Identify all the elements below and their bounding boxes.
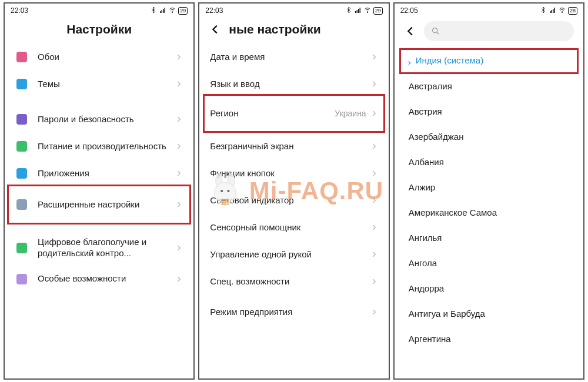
svg-rect-8 xyxy=(359,8,360,13)
advanced-icon xyxy=(15,198,28,211)
advanced-item-label: Язык и ввод xyxy=(210,79,369,90)
chevron-right-icon xyxy=(370,308,378,316)
advanced-item-label: Сенсорный помощник xyxy=(210,222,369,233)
wifi-icon xyxy=(364,6,371,15)
svg-point-9 xyxy=(367,12,368,12)
themes-icon xyxy=(15,78,28,91)
settings-item-label: Питание и производительность xyxy=(38,141,175,152)
region-item[interactable]: Американское Самоа xyxy=(395,200,583,225)
svg-rect-0 xyxy=(160,11,161,13)
chevron-right-icon xyxy=(175,200,183,209)
screen-header: ные настройки xyxy=(199,16,388,43)
advanced-item[interactable]: Безграничный экран xyxy=(199,133,388,160)
advanced-item-label: Управление одной рукой xyxy=(210,249,369,260)
advanced-item[interactable]: Дата и время xyxy=(199,43,388,71)
svg-rect-10 xyxy=(550,11,551,13)
chevron-right-icon xyxy=(175,53,183,61)
region-system-default[interactable]: Индия (система) xyxy=(395,47,583,73)
region-item[interactable]: Андорра xyxy=(395,276,583,301)
settings-item-label: Приложения xyxy=(38,168,175,179)
bluetooth-icon xyxy=(540,6,547,15)
chevron-right-icon xyxy=(370,223,378,232)
apps-icon xyxy=(15,167,28,180)
battery-level: 29 xyxy=(373,7,383,15)
advanced-item[interactable]: Сенсорный помощник xyxy=(199,214,388,241)
battery-level: 29 xyxy=(178,7,188,15)
svg-point-15 xyxy=(432,28,437,33)
chevron-right-icon xyxy=(370,196,378,205)
chevron-right-icon xyxy=(370,142,378,150)
advanced-item[interactable]: Язык и ввод xyxy=(199,71,388,98)
region-item[interactable]: Ангола xyxy=(395,250,583,276)
page-title: ные настройки xyxy=(229,22,320,36)
settings-item-label: Цифровое благополучие и родительский кон… xyxy=(38,237,175,259)
advanced-item-label: Режим предприятия xyxy=(210,307,369,318)
phone-screen-advanced: 22:03 29 ные настройки Дата и времяЯзык … xyxy=(198,2,389,380)
region-item[interactable]: Албания xyxy=(395,149,583,175)
screen-header: Настройки xyxy=(5,16,193,43)
battery-icon xyxy=(15,140,28,153)
advanced-item[interactable]: Управление одной рукой xyxy=(199,241,388,268)
page-title: Настройки xyxy=(66,22,132,36)
svg-rect-2 xyxy=(163,9,164,13)
battery-level: 28 xyxy=(568,7,577,15)
settings-item[interactable]: Питание и производительность xyxy=(5,133,193,160)
svg-rect-7 xyxy=(358,9,359,13)
svg-rect-6 xyxy=(356,10,358,13)
advanced-item-label: Дата и время xyxy=(210,52,369,63)
status-bar: 22:05 28 xyxy=(395,4,583,16)
back-button[interactable] xyxy=(404,25,417,38)
chevron-right-icon xyxy=(175,142,183,150)
svg-rect-11 xyxy=(551,10,552,13)
security-icon xyxy=(15,113,28,126)
region-item[interactable]: Антигуа и Барбуда xyxy=(395,301,583,326)
region-item[interactable]: Алжир xyxy=(395,175,583,200)
settings-item[interactable]: Расширенные настройки xyxy=(5,187,193,222)
svg-rect-3 xyxy=(165,8,166,13)
settings-item-label: Обои xyxy=(38,52,175,63)
advanced-item[interactable]: Режим предприятия xyxy=(199,299,388,326)
region-item[interactable]: Австралия xyxy=(395,73,583,99)
settings-item[interactable]: Пароли и безопасность xyxy=(5,106,193,133)
advanced-item[interactable]: Спец. возможности xyxy=(199,268,388,295)
settings-item-label: Пароли и безопасность xyxy=(38,114,175,125)
phone-screen-settings: 22:03 29 Настройки ОбоиТемыПароли и безо… xyxy=(4,2,195,380)
region-item[interactable]: Аргентина xyxy=(395,326,583,351)
wallpaper-icon xyxy=(15,51,28,63)
settings-item[interactable]: Приложения xyxy=(5,160,193,187)
signal-icon xyxy=(159,6,166,15)
status-time: 22:05 xyxy=(400,6,418,15)
accessibility-icon xyxy=(15,273,28,286)
region-item[interactable]: Австрия xyxy=(395,99,583,124)
svg-rect-5 xyxy=(355,11,356,13)
chevron-right-icon xyxy=(370,80,378,88)
region-item[interactable]: Азербайджан xyxy=(395,124,583,149)
settings-item-label: Особые возможности xyxy=(38,273,175,284)
status-bar: 22:03 29 xyxy=(199,4,388,16)
search-input[interactable] xyxy=(424,21,574,41)
settings-item-label: Темы xyxy=(38,79,175,90)
status-time: 22:03 xyxy=(205,6,223,15)
region-item[interactable]: Ангилья xyxy=(395,225,583,250)
settings-list: ОбоиТемыПароли и безопасностьПитание и п… xyxy=(5,43,193,378)
chevron-right-icon xyxy=(370,277,378,286)
settings-item[interactable]: Темы xyxy=(5,71,193,98)
advanced-item-label: Функции кнопок xyxy=(210,168,369,179)
advanced-item[interactable]: Световой индикатор xyxy=(199,187,388,214)
chevron-right-icon xyxy=(175,169,183,177)
svg-point-14 xyxy=(562,12,562,12)
settings-item-label: Расширенные настройки xyxy=(38,199,175,210)
advanced-item[interactable]: РегионУкраина xyxy=(199,98,388,129)
bluetooth-icon xyxy=(150,6,157,15)
advanced-item-label: Спец. возможности xyxy=(210,276,369,287)
settings-item[interactable]: Обои xyxy=(5,43,193,71)
settings-item[interactable]: Цифровое благополучие и родительский кон… xyxy=(5,230,193,266)
back-button[interactable] xyxy=(209,23,222,36)
wifi-icon xyxy=(559,6,566,15)
signal-icon xyxy=(355,6,362,15)
advanced-item[interactable]: Функции кнопок xyxy=(199,160,388,187)
svg-rect-13 xyxy=(554,8,555,13)
search-icon xyxy=(431,26,440,36)
settings-item[interactable]: Особые возможности xyxy=(5,266,193,293)
region-list: Индия (система) АвстралияАвстрияАзербайд… xyxy=(395,47,583,378)
